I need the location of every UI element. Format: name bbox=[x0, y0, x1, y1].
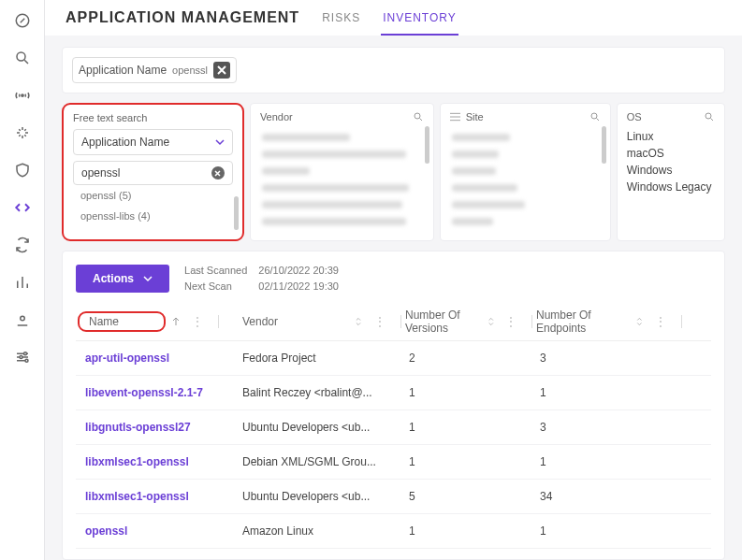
search-icon[interactable] bbox=[413, 111, 424, 122]
shield-icon[interactable] bbox=[13, 161, 32, 179]
svg-point-4 bbox=[23, 352, 26, 355]
chip-label: Application Name bbox=[79, 64, 167, 77]
scan-info: Last Scanned 26/10/2022 20:39 Next Scan … bbox=[184, 263, 339, 294]
filter-chip[interactable]: Application Name openssl bbox=[72, 57, 237, 83]
cell-endpoints: 34 bbox=[536, 490, 686, 503]
actions-button[interactable]: Actions bbox=[76, 265, 169, 293]
location-icon[interactable] bbox=[13, 310, 32, 329]
search-icon[interactable] bbox=[13, 49, 32, 67]
vendor-blurred-list bbox=[260, 128, 424, 231]
cell-name[interactable]: libgnutls-openssl27 bbox=[78, 421, 242, 434]
svg-point-5 bbox=[20, 356, 22, 359]
chip-value: openssl bbox=[172, 65, 208, 76]
star-icon[interactable] bbox=[13, 123, 32, 142]
cell-vendor: Debian XML/SGML Grou... bbox=[242, 455, 405, 468]
column-header-versions[interactable]: Number Of Versions ⋮ bbox=[405, 309, 536, 335]
table-row: libxmlsec1-opensslUbuntu Developers <ub.… bbox=[76, 480, 711, 514]
sort-icon[interactable] bbox=[635, 317, 644, 326]
table-row: libxmlsec1-opensslDebian XML/SGML Grou..… bbox=[76, 445, 711, 480]
suggestion-item[interactable]: openssl (5) bbox=[73, 185, 233, 206]
scrollbar-thumb[interactable] bbox=[602, 126, 606, 164]
settings-icon[interactable] bbox=[13, 348, 32, 366]
cell-name[interactable]: libevent-openssl-2.1-7 bbox=[78, 386, 242, 399]
cell-versions: 1 bbox=[405, 455, 536, 468]
cell-name[interactable]: apr-util-openssl bbox=[78, 352, 242, 365]
sort-asc-icon[interactable] bbox=[171, 317, 181, 326]
actions-button-label: Actions bbox=[93, 272, 134, 285]
cell-vendor: Fedora Project bbox=[242, 352, 405, 365]
scrollbar-thumb[interactable] bbox=[425, 126, 429, 164]
column-menu-icon[interactable]: ⋮ bbox=[369, 315, 391, 328]
column-menu-icon[interactable]: ⋮ bbox=[500, 315, 522, 328]
tab-risks[interactable]: RISKS bbox=[320, 11, 362, 36]
sync-icon[interactable] bbox=[13, 236, 32, 254]
cell-name[interactable]: libxmlsec1-openssl bbox=[78, 455, 242, 468]
cell-vendor: Balint Reczey <rbalint@... bbox=[242, 386, 405, 399]
free-text-field-select[interactable]: Application Name bbox=[73, 129, 233, 155]
cell-endpoints: 3 bbox=[536, 352, 686, 365]
svg-point-1 bbox=[17, 52, 25, 61]
cell-endpoints: 3 bbox=[536, 421, 686, 434]
svg-point-7 bbox=[415, 113, 420, 119]
cell-vendor: Ubuntu Developers <ub... bbox=[242, 421, 405, 434]
actions-row: Actions Last Scanned 26/10/2022 20:39 Ne… bbox=[76, 263, 711, 294]
column-endpoints-label: Number Of Endpoints bbox=[536, 309, 630, 335]
free-text-input[interactable]: openssl bbox=[73, 161, 233, 185]
cell-versions: 1 bbox=[405, 524, 536, 538]
cell-name[interactable]: libxmlsec1-openssl bbox=[78, 490, 242, 503]
column-name-label: Name bbox=[78, 311, 166, 332]
table-row: opensslAmazon Linux11 bbox=[76, 514, 711, 549]
os-filter-label: OS bbox=[627, 111, 642, 122]
column-vendor-label: Vendor bbox=[242, 315, 278, 328]
free-text-label: Free text search bbox=[73, 112, 147, 123]
suggestion-item[interactable]: openssl-libs (4) bbox=[73, 206, 233, 226]
table-header: Name ⋮ Vendor ⋮ Number Of Versions ⋮ bbox=[76, 303, 711, 341]
sort-icon[interactable] bbox=[487, 317, 495, 326]
free-text-input-value: openssl bbox=[81, 166, 120, 179]
site-blurred-list bbox=[450, 128, 601, 231]
os-option[interactable]: Windows bbox=[627, 162, 715, 179]
cell-versions: 2 bbox=[405, 352, 536, 365]
column-versions-label: Number Of Versions bbox=[405, 309, 482, 335]
cell-name[interactable]: openssl bbox=[78, 524, 242, 538]
os-option[interactable]: Windows Legacy bbox=[627, 179, 715, 195]
table-row: opensslCentOS22 bbox=[76, 549, 711, 560]
scrollbar-thumb[interactable] bbox=[234, 196, 239, 230]
column-menu-icon[interactable]: ⋮ bbox=[649, 315, 672, 328]
next-scan-label: Next Scan bbox=[184, 279, 247, 294]
results-card: Actions Last Scanned 26/10/2022 20:39 Ne… bbox=[62, 251, 725, 560]
search-icon[interactable] bbox=[704, 111, 715, 122]
cell-endpoints: 1 bbox=[536, 386, 686, 399]
chip-clear-icon[interactable] bbox=[213, 62, 230, 79]
tab-inventory[interactable]: INVENTORY bbox=[381, 11, 458, 36]
column-header-vendor[interactable]: Vendor ⋮ bbox=[242, 315, 405, 328]
left-sidebar bbox=[0, 0, 45, 560]
last-scanned-value: 26/10/2022 20:39 bbox=[258, 263, 339, 279]
logo-icon[interactable] bbox=[13, 11, 32, 30]
chart-icon[interactable] bbox=[13, 273, 32, 292]
code-icon[interactable] bbox=[13, 198, 32, 217]
os-option[interactable]: Linux bbox=[627, 128, 715, 145]
os-option[interactable]: macOS bbox=[627, 145, 715, 162]
os-filter-panel: OS Linux macOS Windows Windows Legacy bbox=[617, 103, 725, 241]
main-area: APPLICATION MANAGEMENT RISKS INVENTORY A… bbox=[45, 0, 742, 560]
header: APPLICATION MANAGEMENT RISKS INVENTORY bbox=[45, 0, 742, 36]
table-body: apr-util-opensslFedora Project23libevent… bbox=[76, 341, 711, 560]
chevron-down-icon bbox=[215, 137, 225, 147]
svg-point-2 bbox=[21, 94, 22, 96]
column-header-name[interactable]: Name ⋮ bbox=[78, 313, 242, 330]
last-scanned-label: Last Scanned bbox=[184, 263, 247, 279]
broadcast-icon[interactable] bbox=[13, 86, 32, 105]
column-menu-icon[interactable]: ⋮ bbox=[186, 315, 209, 328]
list-icon bbox=[450, 112, 460, 122]
sort-icon[interactable] bbox=[354, 317, 363, 326]
svg-point-6 bbox=[25, 359, 28, 362]
tabs: RISKS INVENTORY bbox=[320, 11, 458, 36]
chevron-down-icon bbox=[143, 274, 153, 283]
cell-versions: 5 bbox=[405, 490, 536, 503]
column-header-endpoints[interactable]: Number Of Endpoints ⋮ bbox=[536, 309, 686, 335]
clear-input-icon[interactable] bbox=[211, 166, 225, 179]
next-scan-value: 02/11/2022 19:30 bbox=[258, 279, 339, 294]
page-title: APPLICATION MANAGEMENT bbox=[65, 9, 299, 36]
search-icon[interactable] bbox=[589, 111, 601, 122]
